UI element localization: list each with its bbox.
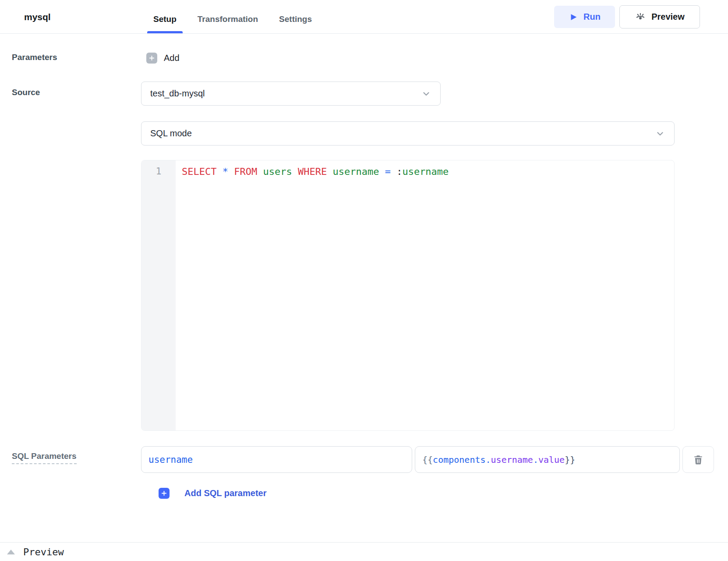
eye-icon — [635, 11, 646, 23]
tab-bar: Setup Transformation Settings — [152, 0, 313, 33]
trash-icon — [693, 454, 704, 465]
value-token: . — [486, 454, 491, 465]
header-actions: Run Preview — [554, 5, 700, 28]
sql-mode-select-value: SQL mode — [150, 128, 192, 138]
source-select-value: test_db-mysql — [150, 89, 205, 99]
sql-token: * — [223, 166, 234, 177]
delete-parameter-button[interactable] — [682, 446, 714, 473]
value-token: {{ — [422, 454, 433, 465]
header: mysql Setup Transformation Settings Run — [0, 0, 728, 34]
value-token: components — [433, 454, 485, 465]
sql-parameters-label: SQL Parameters — [12, 451, 77, 464]
value-token: }} — [565, 454, 575, 465]
preview-panel-label: Preview — [23, 547, 64, 557]
code-line: SELECT * FROM users WHERE username = :us… — [182, 166, 674, 177]
tab-transformation[interactable]: Transformation — [197, 0, 259, 33]
plus-icon — [159, 488, 170, 499]
tab-settings[interactable]: Settings — [278, 0, 313, 33]
add-parameter-button[interactable]: Add — [146, 53, 180, 64]
play-icon — [569, 12, 578, 22]
add-parameter-label: Add — [164, 53, 180, 63]
editor-gutter: 1 — [141, 160, 176, 430]
source-select[interactable]: test_db-mysql — [141, 82, 441, 106]
query-title: mysql — [24, 12, 51, 22]
sql-parameter-key-input[interactable] — [141, 446, 412, 473]
add-sql-parameter-button[interactable]: Add SQL parameter — [159, 488, 266, 499]
run-button-label: Run — [583, 12, 601, 22]
tab-setup[interactable]: Setup — [152, 0, 177, 33]
run-button[interactable]: Run — [554, 6, 615, 28]
sql-token: username — [402, 166, 449, 177]
sql-token: WHERE — [298, 166, 332, 177]
sql-token: = — [385, 166, 397, 177]
sql-code-editor[interactable]: 1 SELECT * FROM users WHERE username = :… — [141, 160, 675, 431]
sql-token: FROM — [234, 166, 263, 177]
line-number: 1 — [141, 166, 176, 177]
preview-button-label: Preview — [651, 12, 685, 22]
source-label: Source — [12, 88, 40, 97]
value-token: value — [538, 454, 565, 465]
sql-token: : — [396, 166, 402, 177]
sql-token: username — [332, 166, 385, 177]
add-sql-parameter-label: Add SQL parameter — [184, 488, 266, 498]
editor-code-area[interactable]: SELECT * FROM users WHERE username = :us… — [176, 160, 674, 430]
query-editor-panel: mysql Setup Transformation Settings Run — [0, 0, 728, 561]
chevron-down-icon — [655, 128, 665, 139]
chevron-down-icon — [421, 89, 431, 99]
plus-icon — [146, 53, 157, 64]
value-token: username — [491, 454, 533, 465]
value-token: . — [533, 454, 538, 465]
sql-token: SELECT — [182, 166, 223, 177]
sql-parameter-row: {{components.username.value}} — [141, 446, 714, 473]
parameters-label: Parameters — [12, 53, 57, 62]
collapse-triangle-icon[interactable] — [7, 550, 15, 554]
preview-button[interactable]: Preview — [619, 5, 700, 28]
sql-parameter-value-input[interactable]: {{components.username.value}} — [415, 446, 680, 473]
preview-panel-header[interactable]: Preview — [0, 542, 728, 561]
sql-token: users — [263, 166, 297, 177]
sql-mode-select[interactable]: SQL mode — [141, 121, 675, 146]
